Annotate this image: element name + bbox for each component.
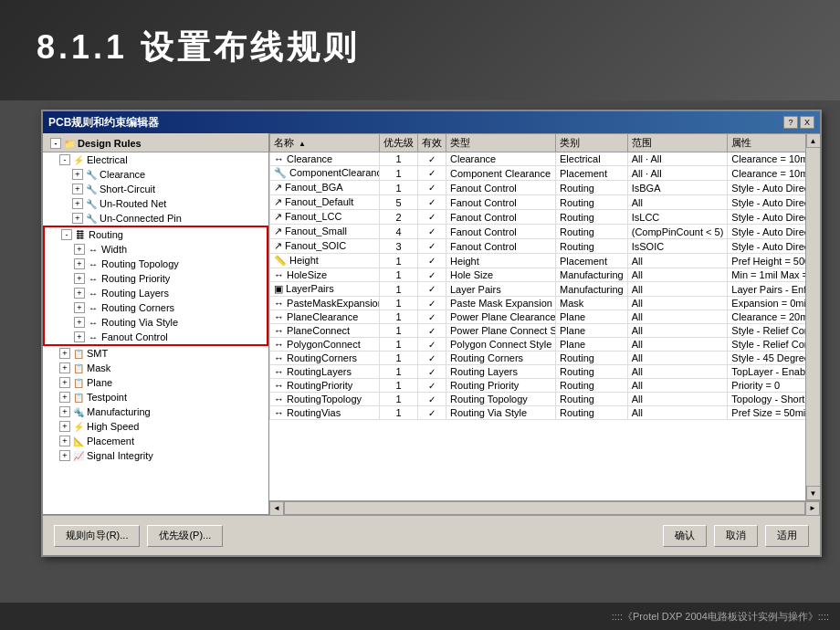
via-expand-icon[interactable]: + xyxy=(74,317,85,328)
cell-enabled[interactable]: ✓ xyxy=(418,365,446,379)
sidebar-item-testpoint[interactable]: + 📋 Testpoint xyxy=(43,390,268,404)
table-row[interactable]: ↔ Clearance 1 ✓ Clearance Electrical All… xyxy=(270,152,806,166)
layers-expand-icon[interactable]: + xyxy=(74,288,85,299)
col-property[interactable]: 属性 xyxy=(728,134,805,152)
cell-enabled[interactable]: ✓ xyxy=(418,166,446,181)
sc-expand-icon[interactable]: + xyxy=(72,184,83,194)
cell-enabled[interactable]: ✓ xyxy=(418,393,446,406)
table-row[interactable]: ↔ RoutingTopology 1 ✓ Routing Topology R… xyxy=(270,393,806,406)
col-type[interactable]: 类型 xyxy=(446,134,556,152)
table-row[interactable]: ↔ RoutingVias 1 ✓ Routing Via Style Rout… xyxy=(270,406,806,420)
electrical-expand-icon[interactable]: - xyxy=(59,154,70,165)
sidebar-item-routing-priority[interactable]: + ↔ Routing Priority xyxy=(45,271,267,286)
horizontal-scrollbar[interactable]: ◄ ► xyxy=(269,500,820,515)
cell-enabled[interactable]: ✓ xyxy=(418,310,446,324)
prio-expand-icon[interactable]: + xyxy=(74,273,85,284)
table-row[interactable]: ↔ PlaneClearance 1 ✓ Power Plane Clearan… xyxy=(270,310,806,324)
apply-button[interactable]: 适用 xyxy=(765,525,809,547)
table-row[interactable]: ↔ PolygonConnect 1 ✓ Polygon Connect Sty… xyxy=(270,338,806,352)
table-row[interactable]: ↔ PlaneConnect 1 ✓ Power Plane Connect S… xyxy=(270,324,806,338)
col-category[interactable]: 类别 xyxy=(556,134,628,152)
topo-expand-icon[interactable]: + xyxy=(74,258,85,269)
sidebar-item-routing-topology[interactable]: + ↔ Routing Topology xyxy=(45,257,267,271)
cell-enabled[interactable]: ✓ xyxy=(418,239,446,254)
ok-button[interactable]: 确认 xyxy=(663,525,707,547)
cell-enabled[interactable]: ✓ xyxy=(418,324,446,338)
cell-enabled[interactable]: ✓ xyxy=(418,297,446,310)
cell-enabled[interactable]: ✓ xyxy=(418,152,446,166)
table-row[interactable]: 🔧 ComponentClearance 1 ✓ Component Clear… xyxy=(270,166,806,181)
hs-expand-icon[interactable]: + xyxy=(59,421,70,432)
col-priority[interactable]: 优先级 xyxy=(380,134,418,152)
width-expand-icon[interactable]: + xyxy=(74,244,85,255)
cell-enabled[interactable]: ✓ xyxy=(418,254,446,268)
table-row[interactable]: ↗ Fanout_Default 5 ✓ Fanout Control Rout… xyxy=(270,195,806,210)
cell-enabled[interactable]: ✓ xyxy=(418,181,446,195)
routing-expand-icon[interactable]: - xyxy=(61,229,72,240)
sidebar-item-routing-corners[interactable]: + ↔ Routing Corners xyxy=(45,300,267,315)
cell-enabled[interactable]: ✓ xyxy=(418,352,446,365)
sidebar-item-routing-layers[interactable]: + ↔ Routing Layers xyxy=(45,286,267,300)
priority-button[interactable]: 优先级(P)... xyxy=(147,525,223,547)
cell-enabled[interactable]: ✓ xyxy=(418,406,446,420)
sidebar-item-plane[interactable]: + 📋 Plane xyxy=(43,375,268,390)
table-row[interactable]: ↔ HoleSize 1 ✓ Hole Size Manufacturing A… xyxy=(270,268,806,282)
dialog-help-button[interactable]: ? xyxy=(783,116,798,129)
table-row[interactable]: 📏 Height 1 ✓ Height Placement All Pref H… xyxy=(270,254,806,268)
sidebar-item-unrouted[interactable]: + 🔧 Un-Routed Net xyxy=(43,196,268,211)
sidebar-item-routing[interactable]: - 🛤 Routing xyxy=(45,227,267,242)
scroll-up-button[interactable]: ▲ xyxy=(806,133,821,148)
si-expand-icon[interactable]: + xyxy=(59,450,70,461)
table-row[interactable]: ↗ Fanout_BGA 1 ✓ Fanout Control Routing … xyxy=(270,181,806,195)
sidebar-item-short-circuit[interactable]: + 🔧 Short-Circuit xyxy=(43,182,268,196)
rules-wizard-button[interactable]: 规则向导(R)... xyxy=(54,525,140,547)
cell-enabled[interactable]: ✓ xyxy=(418,338,446,352)
plane-expand-icon[interactable]: + xyxy=(59,377,70,388)
sidebar-item-placement[interactable]: + 📐 Placement xyxy=(43,434,268,448)
cell-enabled[interactable]: ✓ xyxy=(418,225,446,239)
unconnected-expand-icon[interactable]: + xyxy=(72,213,83,224)
unrouted-expand-icon[interactable]: + xyxy=(72,198,83,209)
sidebar-item-unconnected[interactable]: + 🔧 Un-Connected Pin xyxy=(43,211,268,226)
cell-enabled[interactable]: ✓ xyxy=(418,210,446,225)
table-row[interactable]: ↔ RoutingPriority 1 ✓ Routing Priority R… xyxy=(270,379,806,393)
table-row[interactable]: ↔ RoutingCorners 1 ✓ Routing Corners Rou… xyxy=(270,352,806,365)
cell-enabled[interactable]: ✓ xyxy=(418,379,446,393)
table-row[interactable]: ▣ LayerPairs 1 ✓ Layer Pairs Manufacturi… xyxy=(270,282,806,297)
root-expand-icon[interactable]: - xyxy=(50,138,61,149)
clearance-expand-icon[interactable]: + xyxy=(72,169,83,180)
smt-expand-icon[interactable]: + xyxy=(59,348,70,359)
mask-expand-icon[interactable]: + xyxy=(59,362,70,373)
cell-enabled[interactable]: ✓ xyxy=(418,195,446,210)
sidebar-item-signal-integrity[interactable]: + 📈 Signal Integrity xyxy=(43,448,268,463)
table-row[interactable]: ↗ Fanout_LCC 2 ✓ Fanout Control Routing … xyxy=(270,210,806,225)
table-container[interactable]: 名称 ▲ 优先级 有效 类型 类别 范围 属性 ↔ Clearance 1 xyxy=(269,133,805,500)
sidebar-item-width[interactable]: + ↔ Width xyxy=(45,242,267,257)
table-row[interactable]: ↗ Fanout_Small 4 ✓ Fanout Control Routin… xyxy=(270,225,806,239)
sidebar-item-electrical[interactable]: - ⚡ Electrical xyxy=(43,152,268,167)
sidebar-item-fanout-control[interactable]: + ↔ Fanout Control xyxy=(45,330,267,344)
placement-expand-icon[interactable]: + xyxy=(59,436,70,446)
cancel-button[interactable]: 取消 xyxy=(714,525,758,547)
scroll-down-button[interactable]: ▼ xyxy=(806,486,821,500)
fanout-expand-icon[interactable]: + xyxy=(74,331,85,342)
sidebar-item-high-speed[interactable]: + ⚡ High Speed xyxy=(43,419,268,434)
table-row[interactable]: ↔ PasteMaskExpansion 1 ✓ Paste Mask Expa… xyxy=(270,297,806,310)
sidebar-item-via-style[interactable]: + ↔ Routing Via Style xyxy=(45,315,267,330)
corners-expand-icon[interactable]: + xyxy=(74,302,85,313)
cell-enabled[interactable]: ✓ xyxy=(418,282,446,297)
dialog-close-button[interactable]: X xyxy=(800,116,814,129)
table-scrollbar[interactable]: ▲ ▼ xyxy=(805,133,820,500)
col-enabled[interactable]: 有效 xyxy=(418,134,446,152)
sidebar-item-manufacturing[interactable]: + 🔩 Manufacturing xyxy=(43,404,268,419)
scroll-left-button[interactable]: ◄ xyxy=(269,501,284,516)
table-row[interactable]: ↔ RoutingLayers 1 ✓ Routing Layers Routi… xyxy=(270,365,806,379)
sidebar-item-clearance[interactable]: + 🔧 Clearance xyxy=(43,167,268,182)
sidebar-item-smt[interactable]: + 📋 SMT xyxy=(43,346,268,361)
testpoint-expand-icon[interactable]: + xyxy=(59,392,70,403)
col-scope[interactable]: 范围 xyxy=(627,134,728,152)
cell-enabled[interactable]: ✓ xyxy=(418,268,446,282)
sidebar-item-mask[interactable]: + 📋 Mask xyxy=(43,361,268,375)
scroll-right-button[interactable]: ► xyxy=(805,501,820,516)
mfg-expand-icon[interactable]: + xyxy=(59,406,70,417)
